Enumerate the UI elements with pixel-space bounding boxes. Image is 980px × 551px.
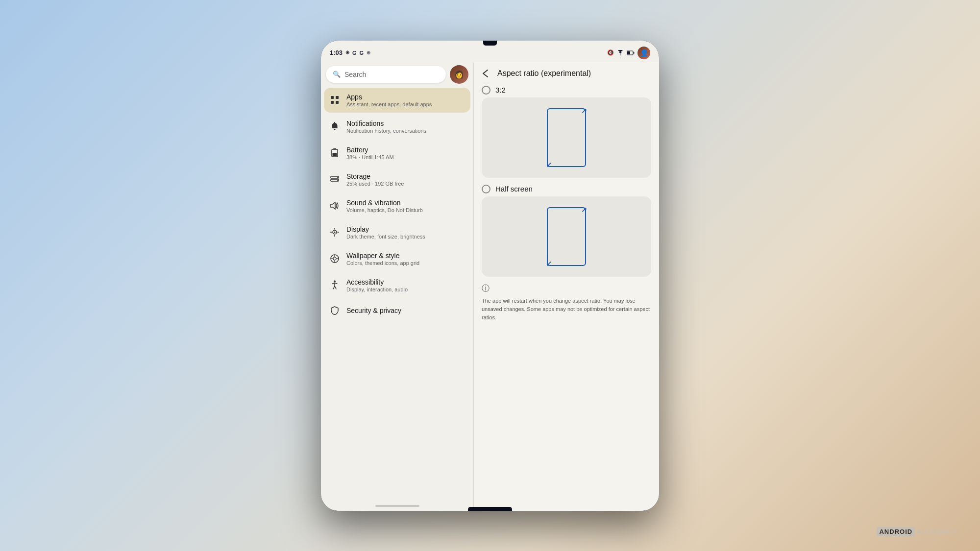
info-icon-row: ⓘ bbox=[482, 284, 651, 294]
svg-rect-5 bbox=[336, 96, 339, 99]
scroll-indicator bbox=[375, 505, 419, 507]
sidebar-item-battery[interactable]: Battery 38% · Until 1:45 AM bbox=[324, 141, 470, 166]
watermark: ANDROID AUTHORITY bbox=[877, 527, 960, 536]
back-button[interactable] bbox=[482, 70, 491, 77]
battery-list-icon bbox=[329, 147, 341, 159]
settings-list: Apps Assistant, recent apps, default app… bbox=[321, 88, 473, 503]
mute-icon: 🔇 bbox=[607, 49, 614, 56]
nav-icon: ⊕ bbox=[367, 50, 370, 55]
info-section: ⓘ The app will restart when you change a… bbox=[482, 282, 651, 322]
phone-preview-3-2: ↗ ↙ bbox=[547, 108, 586, 167]
wallpaper-subtitle: Colors, themed icons, app grid bbox=[346, 260, 466, 266]
radio-3-2[interactable] bbox=[482, 86, 490, 95]
sidebar-item-notifications[interactable]: Notifications Notification history, conv… bbox=[324, 114, 470, 139]
wifi-icon bbox=[617, 48, 624, 57]
svg-rect-7 bbox=[336, 101, 339, 104]
svg-point-22 bbox=[333, 257, 336, 260]
watermark-android: ANDROID bbox=[877, 527, 915, 536]
notifications-icon bbox=[329, 120, 341, 132]
display-subtitle: Dark theme, font size, brightness bbox=[346, 234, 466, 240]
phone-screen: 1:03 ✳ G G ⊕ 🔇 bbox=[321, 41, 659, 511]
accessibility-subtitle: Display, interaction, audio bbox=[346, 287, 466, 292]
watermark-authority: AUTHORITY bbox=[915, 527, 960, 536]
right-header: Aspect ratio (experimental) bbox=[474, 62, 659, 82]
svg-rect-3 bbox=[634, 52, 635, 53]
accessibility-text: Accessibility Display, interaction, audi… bbox=[346, 278, 466, 292]
storage-icon bbox=[329, 173, 341, 185]
security-icon bbox=[329, 305, 341, 316]
right-panel: Aspect ratio (experimental) 3:2 bbox=[474, 62, 659, 511]
sidebar-item-security[interactable]: Security & privacy bbox=[324, 299, 470, 322]
sidebar-item-wallpaper[interactable]: Wallpaper & style Colors, themed icons, … bbox=[324, 246, 470, 271]
right-content: 3:2 ↗ ↙ bbox=[474, 82, 659, 332]
wallpaper-text: Wallpaper & style Colors, themed icons, … bbox=[346, 252, 466, 266]
svg-point-16 bbox=[334, 232, 336, 233]
search-bar-container: 🔍 Search 👩 bbox=[321, 62, 473, 88]
svg-rect-6 bbox=[331, 101, 334, 104]
ratio-half-label: Half screen bbox=[495, 185, 533, 193]
expand-arrow-topright: ↗ bbox=[581, 107, 587, 114]
ratio-half-label-row[interactable]: Half screen bbox=[482, 183, 651, 196]
apps-title: Apps bbox=[346, 93, 466, 101]
svg-rect-10 bbox=[333, 153, 337, 156]
radio-half[interactable] bbox=[482, 185, 490, 193]
storage-subtitle: 25% used · 192 GB free bbox=[346, 181, 466, 187]
page-background: 1:03 ✳ G G ⊕ 🔇 bbox=[0, 0, 980, 551]
battery-text: Battery 38% · Until 1:45 AM bbox=[346, 146, 466, 160]
right-panel-title: Aspect ratio (experimental) bbox=[497, 69, 591, 78]
storage-text: Storage 25% used · 192 GB free bbox=[346, 172, 466, 187]
apps-icon bbox=[329, 94, 341, 106]
user-avatar[interactable]: 👩 bbox=[450, 65, 468, 84]
sidebar-item-display[interactable]: Display Dark theme, font size, brightnes… bbox=[324, 220, 470, 245]
battery-title: Battery bbox=[346, 146, 466, 154]
sound-icon bbox=[329, 200, 341, 212]
search-placeholder: Search bbox=[344, 71, 366, 78]
svg-rect-4 bbox=[331, 96, 334, 99]
info-icon: ⓘ bbox=[482, 284, 490, 294]
notifications-subtitle: Notification history, conversations bbox=[346, 128, 466, 134]
display-text: Display Dark theme, font size, brightnes… bbox=[346, 225, 466, 240]
hinge-bottom bbox=[468, 507, 512, 511]
ratio-half-preview: ↗ ↙ bbox=[482, 196, 651, 277]
sidebar-item-apps[interactable]: Apps Assistant, recent apps, default app… bbox=[324, 88, 470, 113]
phone-device: 1:03 ✳ G G ⊕ 🔇 bbox=[321, 41, 659, 511]
accessibility-icon bbox=[329, 279, 341, 291]
svg-point-27 bbox=[334, 281, 336, 283]
search-icon: 🔍 bbox=[333, 71, 341, 78]
status-left: 1:03 ✳ G G ⊕ bbox=[330, 49, 370, 56]
left-panel: 🔍 Search 👩 bbox=[321, 62, 474, 511]
battery-status-icon bbox=[627, 48, 635, 57]
sound-text: Sound & vibration Volume, haptics, Do No… bbox=[346, 199, 466, 213]
ratio-option-half: Half screen ↗ ↙ bbox=[482, 183, 651, 277]
ratio-option-3-2: 3:2 ↗ ↙ bbox=[482, 84, 651, 178]
time-display: 1:03 bbox=[330, 49, 343, 56]
display-icon bbox=[329, 226, 341, 238]
apps-subtitle: Assistant, recent apps, default apps bbox=[346, 101, 466, 107]
svg-point-13 bbox=[337, 177, 338, 178]
storage-title: Storage bbox=[346, 172, 466, 180]
notifications-title: Notifications bbox=[346, 120, 466, 127]
security-title: Security & privacy bbox=[346, 307, 466, 314]
sidebar-item-storage[interactable]: Storage 25% used · 192 GB free bbox=[324, 167, 470, 192]
sidebar-item-accessibility[interactable]: Accessibility Display, interaction, audi… bbox=[324, 273, 470, 298]
ratio-3-2-label-row[interactable]: 3:2 bbox=[482, 84, 651, 97]
search-bar[interactable]: 🔍 Search bbox=[326, 66, 446, 83]
svg-point-0 bbox=[620, 54, 621, 55]
google-g-icon: G bbox=[360, 50, 364, 56]
sound-subtitle: Volume, haptics, Do Not Disturb bbox=[346, 207, 466, 213]
user-avatar-status[interactable]: 👤 bbox=[637, 47, 650, 59]
sidebar-item-sound[interactable]: Sound & vibration Volume, haptics, Do No… bbox=[324, 193, 470, 218]
svg-rect-2 bbox=[627, 51, 630, 54]
main-content: 🔍 Search 👩 bbox=[321, 62, 659, 511]
status-right: 🔇 bbox=[607, 47, 650, 59]
svg-point-14 bbox=[337, 180, 338, 181]
expand-arrow-half-bottomleft: ↙ bbox=[546, 260, 552, 267]
display-title: Display bbox=[346, 225, 466, 233]
apps-text: Apps Assistant, recent apps, default app… bbox=[346, 93, 466, 107]
hinge-top bbox=[483, 41, 497, 46]
sound-title: Sound & vibration bbox=[346, 199, 466, 207]
wallpaper-icon bbox=[329, 253, 341, 264]
ratio-3-2-preview: ↗ ↙ bbox=[482, 97, 651, 178]
wallpaper-title: Wallpaper & style bbox=[346, 252, 466, 260]
info-text: The app will restart when you change asp… bbox=[482, 297, 651, 322]
